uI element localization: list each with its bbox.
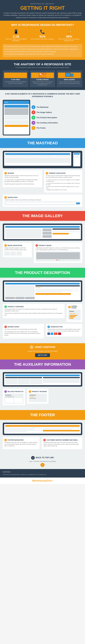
- element-label-2: The Image Gallery: [36, 111, 52, 113]
- back-top-button[interactable]: ↑: [40, 463, 44, 467]
- share-button-title: 4 SHARE BUTTON: [48, 326, 80, 328]
- aux-title-1: [5, 377, 42, 378]
- aux-content-row: [5, 377, 80, 384]
- gallery-header-bar: [5, 226, 80, 228]
- gp-share[interactable]: g+: [54, 332, 58, 335]
- rating-row-2: [69, 316, 80, 317]
- p-thumb-2: [15, 297, 25, 299]
- element-gallery: 2 The Image Gallery: [32, 110, 82, 114]
- auxiliary-header: THE AUXILIARY INFORMATION: [0, 360, 85, 369]
- product-overview-title: 1 PRODUCT OVERVIEW: [4, 306, 63, 308]
- why-title: WHY IS RESPONSIVE DESIGN SO IMPORTANT?: [3, 24, 82, 26]
- footer-nav-desc: Providing access to the main site naviga…: [4, 442, 38, 447]
- product-screen: ★★★★☆: [4, 282, 81, 300]
- footer-screen-header: [5, 425, 80, 427]
- related-products-row: [5, 379, 42, 384]
- fact-1: 58% use their cell phone to go online. 3…: [4, 46, 81, 47]
- related-grid: [5, 398, 22, 403]
- p-thumb-3: [25, 297, 35, 299]
- fb-share[interactable]: f: [48, 332, 50, 335]
- product-image-card: 2 PRODUCT IMAGE A lightweight script cal…: [34, 242, 82, 263]
- related-item-1: [5, 398, 14, 403]
- footer-nav-4: [5, 431, 27, 432]
- header-card-note: Should be larger and scaled down to the …: [4, 183, 40, 185]
- mobile-t3: [74, 157, 80, 158]
- masthead-device-row: [3, 151, 82, 168]
- brand-footer: WhoIsHostingThis?: [0, 478, 85, 484]
- product-reviews-card: 2 PRODUCT REVIEWS Smartphone ★★★★☆ A Rev…: [27, 389, 48, 404]
- thumb-mock-1: [4, 252, 10, 256]
- mock-header-bar: [5, 153, 70, 155]
- gallery-main-img: [5, 228, 42, 238]
- page-header: Responsive Design: GETTING IT RIGHT In t…: [0, 0, 85, 21]
- handy-title: 5 HANDY ADDITIONS: [3, 345, 82, 349]
- auxiliary-content: 1 RELATED PRODUCTS Smartphone You might …: [0, 369, 85, 410]
- footer-contact-2: [43, 429, 72, 430]
- footer-screen-content: [5, 428, 80, 432]
- gallery-content-row: [5, 228, 80, 238]
- primary-nav-title: 3 PRIMARY NAVIGATION: [46, 172, 80, 174]
- product-header-bar: [5, 283, 80, 284]
- footer-nav-2: [5, 429, 35, 430]
- gallery-thumb-2: [42, 232, 52, 234]
- review-count-card: 3 REVIEW COUNT The review count jumps to…: [3, 324, 44, 338]
- footer-contact-mockup: [43, 428, 80, 432]
- element-label-3: The Product Description: [36, 116, 57, 118]
- pin-share[interactable]: P: [58, 332, 61, 335]
- s-footer: [4, 125, 28, 127]
- media-queries-title: MEDIA QUERIES: [58, 79, 81, 80]
- dot-1: [4, 102, 5, 103]
- aux-related: [5, 377, 42, 384]
- rating-bar-2: [69, 316, 80, 317]
- header-card-title: 1 HEADER: [4, 172, 40, 174]
- handy-number: 5: [30, 345, 34, 349]
- footer-nav-mockup: [5, 428, 42, 432]
- tw-share[interactable]: t: [51, 332, 53, 335]
- thumb-mock-3: [16, 252, 22, 256]
- element-footer: 5 The Footer: [32, 126, 82, 130]
- stat-label-3: 46% of American adults report doing a sm…: [56, 38, 82, 42]
- anatomy-card-fluid: FLUID GRIDS A percentage based design th…: [3, 70, 28, 87]
- handy-desc: Quantity Field, Size Dropdown, and Add t…: [3, 350, 82, 352]
- related-products-mockup: Smartphone You might also like: [4, 394, 24, 404]
- product-reviews-mockup: Smartphone ★★★★☆ A Review (3): [29, 394, 47, 402]
- related-products-badge: 1: [4, 390, 7, 393]
- search-box-mockup: 🔍: [4, 202, 80, 205]
- gallery-t3: [52, 231, 80, 232]
- related-products-title: 1 RELATED PRODUCTS: [4, 390, 24, 393]
- footer-header: THE FOOTER: [0, 410, 85, 420]
- you-might-label: You might also like: [5, 396, 22, 398]
- product-overview-desc: Should appear above the Image On the mar…: [4, 308, 63, 312]
- review-product-name: Smartphone: [30, 394, 46, 396]
- svg-rect-7: [66, 73, 70, 76]
- product-header: THE PRODUCT DESCRIPTION: [0, 268, 85, 278]
- footer-nav-3: [5, 430, 42, 431]
- gallery-thumbs: [42, 228, 52, 238]
- dot-active: [56, 260, 57, 260]
- dot-inactive-1: [58, 260, 58, 260]
- p-t1: [36, 289, 80, 290]
- product-reviews-title: 2 PRODUCT REVIEWS: [29, 390, 47, 393]
- image-nav-thumbs: [4, 252, 30, 256]
- product-text-side: ★★★★☆: [36, 285, 80, 299]
- stat-item-2: 📞 91% 91% of American adults have a cell…: [29, 28, 56, 42]
- element-num-3: 3: [32, 116, 35, 120]
- anatomy-cards: FLUID GRIDS A percentage based design th…: [3, 70, 82, 87]
- screenshot-body: [4, 104, 29, 134]
- screenshot-frame: [3, 100, 30, 136]
- product-main-img: [5, 285, 35, 296]
- rating-stars-title: 2 RATING STARS: [68, 306, 80, 309]
- back-top-header: 3 BACK TO TOP LINK: [2, 456, 83, 460]
- add-to-cart-button[interactable]: Add to Cart: [35, 353, 50, 357]
- p-title: [36, 285, 80, 286]
- masthead-screen-mobile: [73, 152, 81, 167]
- product-img-side: [5, 285, 35, 299]
- customer-service-card: 2 CUSTOMER SERVICE NUMBER AND EMAIL Reme…: [42, 437, 82, 449]
- masthead-header: THE MASTHEAD: [0, 138, 85, 148]
- product-content: ★★★★☆ 1 PRODUCT OVERVIEW Should appear a…: [0, 278, 85, 343]
- footer-section-title: THE FOOTER: [3, 413, 82, 417]
- gallery-header: THE IMAGE GALLERY: [0, 211, 85, 221]
- dot-2: [6, 102, 6, 103]
- gallery-device-container: [3, 224, 82, 240]
- review-t1: [44, 379, 79, 380]
